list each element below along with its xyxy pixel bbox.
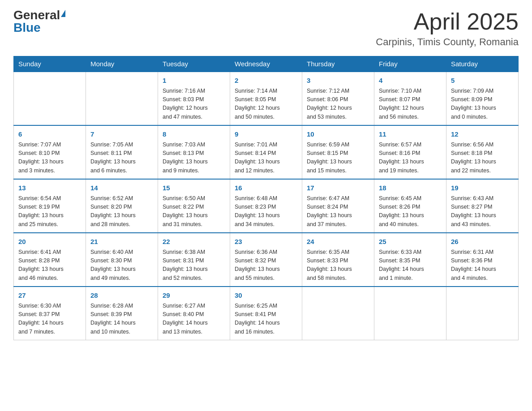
day-number: 3: [307, 76, 369, 86]
calendar-day-header: Friday: [374, 56, 446, 72]
calendar-cell: 3Sunrise: 7:12 AMSunset: 8:06 PMDaylight…: [302, 72, 374, 125]
calendar-day-header: Sunday: [14, 56, 86, 72]
day-info: Sunrise: 7:09 AMSunset: 8:09 PMDaylight:…: [451, 87, 514, 122]
logo-blue-text: Blue: [13, 21, 41, 34]
day-number: 25: [379, 237, 442, 247]
week-row: 27Sunrise: 6:30 AMSunset: 8:37 PMDayligh…: [14, 287, 519, 340]
day-number: 23: [235, 237, 297, 247]
calendar-day-header: Wednesday: [230, 56, 302, 72]
day-info: Sunrise: 7:16 AMSunset: 8:03 PMDaylight:…: [163, 87, 225, 122]
calendar-day-header: Monday: [86, 56, 158, 72]
calendar-cell: 4Sunrise: 7:10 AMSunset: 8:07 PMDaylight…: [374, 72, 446, 125]
calendar-cell: 19Sunrise: 6:43 AMSunset: 8:27 PMDayligh…: [446, 179, 519, 233]
day-info: Sunrise: 6:45 AMSunset: 8:26 PMDaylight:…: [379, 194, 442, 229]
day-info: Sunrise: 7:03 AMSunset: 8:13 PMDaylight:…: [163, 141, 225, 176]
day-number: 1: [163, 76, 225, 86]
logo-general-text: General: [13, 9, 60, 21]
calendar-cell: 20Sunrise: 6:41 AMSunset: 8:28 PMDayligh…: [14, 233, 86, 287]
calendar-cell: [86, 72, 158, 125]
day-number: 7: [90, 129, 153, 140]
day-number: 26: [451, 237, 514, 247]
day-number: 19: [451, 183, 514, 193]
day-info: Sunrise: 6:33 AMSunset: 8:35 PMDaylight:…: [379, 248, 442, 283]
calendar-cell: 1Sunrise: 7:16 AMSunset: 8:03 PMDaylight…: [158, 72, 230, 125]
day-number: 20: [18, 237, 81, 247]
day-number: 27: [18, 291, 81, 301]
calendar-cell: 25Sunrise: 6:33 AMSunset: 8:35 PMDayligh…: [374, 233, 446, 287]
calendar-cell: [374, 287, 446, 340]
page-header: General Blue April 2025 Carpinis, Timis …: [13, 9, 519, 48]
day-info: Sunrise: 6:52 AMSunset: 8:20 PMDaylight:…: [90, 194, 153, 229]
day-info: Sunrise: 7:14 AMSunset: 8:05 PMDaylight:…: [235, 87, 297, 122]
day-info: Sunrise: 6:54 AMSunset: 8:19 PMDaylight:…: [18, 194, 81, 229]
day-number: 17: [307, 183, 369, 193]
day-number: 30: [235, 291, 297, 301]
day-number: 21: [90, 237, 153, 247]
calendar-cell: 27Sunrise: 6:30 AMSunset: 8:37 PMDayligh…: [14, 287, 86, 340]
day-info: Sunrise: 6:41 AMSunset: 8:28 PMDaylight:…: [18, 248, 81, 283]
calendar-subtitle: Carpinis, Timis County, Romania: [376, 36, 519, 48]
day-number: 2: [235, 76, 297, 86]
day-info: Sunrise: 6:50 AMSunset: 8:22 PMDaylight:…: [163, 194, 225, 229]
calendar-title: April 2025: [376, 9, 519, 34]
day-info: Sunrise: 6:25 AMSunset: 8:41 PMDaylight:…: [235, 302, 297, 337]
calendar-cell: 21Sunrise: 6:40 AMSunset: 8:30 PMDayligh…: [86, 233, 158, 287]
day-info: Sunrise: 6:57 AMSunset: 8:16 PMDaylight:…: [379, 141, 442, 176]
calendar-cell: [14, 72, 86, 125]
day-info: Sunrise: 6:27 AMSunset: 8:40 PMDaylight:…: [163, 302, 225, 337]
day-number: 5: [451, 76, 514, 86]
day-info: Sunrise: 6:31 AMSunset: 8:36 PMDaylight:…: [451, 248, 514, 283]
calendar-cell: [302, 287, 374, 340]
calendar-day-header: Tuesday: [158, 56, 230, 72]
day-info: Sunrise: 7:10 AMSunset: 8:07 PMDaylight:…: [379, 87, 442, 122]
day-number: 4: [379, 76, 442, 86]
day-number: 14: [90, 183, 153, 193]
calendar-cell: 15Sunrise: 6:50 AMSunset: 8:22 PMDayligh…: [158, 179, 230, 233]
day-number: 9: [235, 129, 297, 140]
calendar-cell: 24Sunrise: 6:35 AMSunset: 8:33 PMDayligh…: [302, 233, 374, 287]
calendar-cell: 18Sunrise: 6:45 AMSunset: 8:26 PMDayligh…: [374, 179, 446, 233]
day-info: Sunrise: 6:28 AMSunset: 8:39 PMDaylight:…: [90, 302, 153, 337]
calendar-cell: 8Sunrise: 7:03 AMSunset: 8:13 PMDaylight…: [158, 125, 230, 179]
day-number: 8: [163, 129, 225, 140]
calendar-day-header: Thursday: [302, 56, 374, 72]
calendar-cell: 10Sunrise: 6:59 AMSunset: 8:15 PMDayligh…: [302, 125, 374, 179]
day-info: Sunrise: 6:35 AMSunset: 8:33 PMDaylight:…: [307, 248, 369, 283]
day-number: 11: [379, 129, 442, 140]
day-number: 16: [235, 183, 297, 193]
day-info: Sunrise: 7:05 AMSunset: 8:11 PMDaylight:…: [90, 141, 153, 176]
calendar-cell: 17Sunrise: 6:47 AMSunset: 8:24 PMDayligh…: [302, 179, 374, 233]
title-section: April 2025 Carpinis, Timis County, Roman…: [376, 9, 519, 48]
week-row: 13Sunrise: 6:54 AMSunset: 8:19 PMDayligh…: [14, 179, 519, 233]
day-number: 28: [90, 291, 153, 301]
day-number: 24: [307, 237, 369, 247]
day-number: 12: [451, 129, 514, 140]
day-number: 10: [307, 129, 369, 140]
day-number: 15: [163, 183, 225, 193]
calendar-cell: 11Sunrise: 6:57 AMSunset: 8:16 PMDayligh…: [374, 125, 446, 179]
calendar-cell: [446, 287, 519, 340]
calendar-day-header: Saturday: [446, 56, 519, 72]
calendar-cell: 7Sunrise: 7:05 AMSunset: 8:11 PMDaylight…: [86, 125, 158, 179]
day-number: 13: [18, 183, 81, 193]
calendar-header-row: SundayMondayTuesdayWednesdayThursdayFrid…: [14, 56, 519, 72]
calendar-cell: 23Sunrise: 6:36 AMSunset: 8:32 PMDayligh…: [230, 233, 302, 287]
day-info: Sunrise: 7:12 AMSunset: 8:06 PMDaylight:…: [307, 87, 369, 122]
week-row: 6Sunrise: 7:07 AMSunset: 8:10 PMDaylight…: [14, 125, 519, 179]
day-info: Sunrise: 6:48 AMSunset: 8:23 PMDaylight:…: [235, 194, 297, 229]
calendar-cell: 30Sunrise: 6:25 AMSunset: 8:41 PMDayligh…: [230, 287, 302, 340]
calendar-table: SundayMondayTuesdayWednesdayThursdayFrid…: [13, 56, 519, 340]
day-number: 22: [163, 237, 225, 247]
day-info: Sunrise: 7:07 AMSunset: 8:10 PMDaylight:…: [18, 141, 81, 176]
week-row: 20Sunrise: 6:41 AMSunset: 8:28 PMDayligh…: [14, 233, 519, 287]
day-info: Sunrise: 7:01 AMSunset: 8:14 PMDaylight:…: [235, 141, 297, 176]
day-info: Sunrise: 6:59 AMSunset: 8:15 PMDaylight:…: [307, 141, 369, 176]
day-info: Sunrise: 6:36 AMSunset: 8:32 PMDaylight:…: [235, 248, 297, 283]
calendar-cell: 6Sunrise: 7:07 AMSunset: 8:10 PMDaylight…: [14, 125, 86, 179]
calendar-cell: 9Sunrise: 7:01 AMSunset: 8:14 PMDaylight…: [230, 125, 302, 179]
calendar-cell: 29Sunrise: 6:27 AMSunset: 8:40 PMDayligh…: [158, 287, 230, 340]
calendar-cell: 2Sunrise: 7:14 AMSunset: 8:05 PMDaylight…: [230, 72, 302, 125]
calendar-cell: 26Sunrise: 6:31 AMSunset: 8:36 PMDayligh…: [446, 233, 519, 287]
calendar-cell: 14Sunrise: 6:52 AMSunset: 8:20 PMDayligh…: [86, 179, 158, 233]
day-number: 18: [379, 183, 442, 193]
